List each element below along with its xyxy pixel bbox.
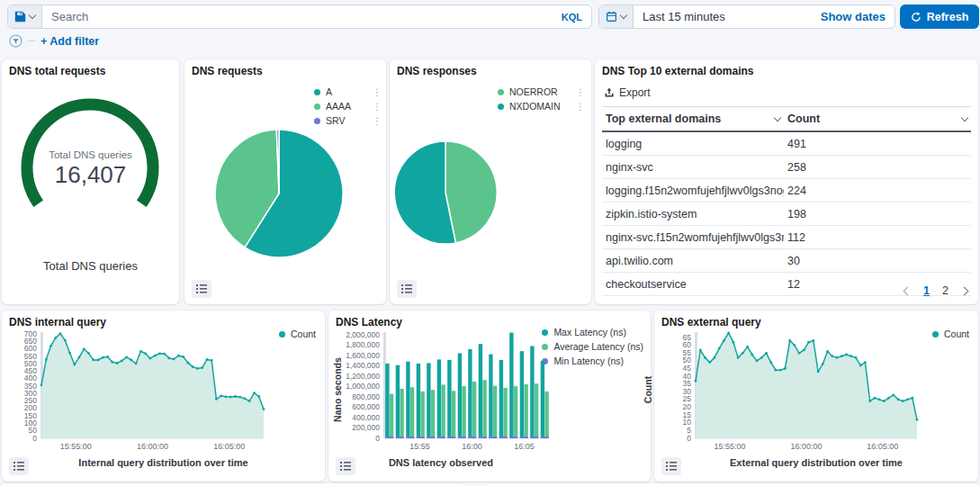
svg-text:1,400,000: 1,400,000 <box>346 361 380 370</box>
svg-text:35: 35 <box>683 379 692 388</box>
column-header-domains[interactable]: Top external domains <box>602 107 784 132</box>
refresh-label: Refresh <box>927 11 969 23</box>
legend-dot <box>314 89 320 95</box>
svg-text:15: 15 <box>683 410 692 419</box>
legend-item-nxdomain[interactable]: NXDOMAIN⋮ <box>498 101 584 112</box>
svg-text:700: 700 <box>24 329 37 338</box>
legend-label: A <box>326 86 367 97</box>
search-input[interactable] <box>42 5 553 28</box>
svg-text:16:05:00: 16:05:00 <box>213 442 245 451</box>
panel-dns-latency: DNS Latency Max Latency (ns) Average Lat… <box>328 310 651 482</box>
calendar-icon <box>606 11 617 22</box>
chevron-down-icon <box>29 12 36 19</box>
area-chart: 0501001502002503003504004505005506006507… <box>5 327 316 465</box>
save-icon <box>14 11 26 22</box>
refresh-button[interactable]: Refresh <box>900 4 979 29</box>
previous-page-icon[interactable] <box>904 286 913 295</box>
svg-text:15:55:00: 15:55:00 <box>715 442 746 451</box>
domains-table: Top external domains Count logging491ngi… <box>602 106 971 296</box>
legend-label: AAAA <box>326 101 367 112</box>
gauge-value: 16,407 <box>2 161 179 189</box>
legend-item-noerror[interactable]: NOERROR⋮ <box>498 86 584 97</box>
svg-text:20: 20 <box>683 402 692 411</box>
panel-dns-external-query: DNS external query Count Count 051015202… <box>654 310 978 482</box>
count-cell: 112 <box>784 226 971 249</box>
legend-label: NOERROR <box>509 86 571 97</box>
panel-dns-internal-query: DNS internal query Count Count 050100150… <box>2 310 325 482</box>
sort-chevron-icon[interactable] <box>961 113 968 121</box>
date-picker: Last 15 minutes Show dates <box>598 4 895 29</box>
legend-toggle-button[interactable] <box>192 280 211 298</box>
show-dates-link[interactable]: Show dates <box>821 10 895 23</box>
legend-toggle-button[interactable] <box>661 457 681 475</box>
svg-text:15:55:00: 15:55:00 <box>60 442 92 451</box>
svg-text:5: 5 <box>687 426 691 435</box>
domain-cell: nginx-svc <box>602 156 784 179</box>
legend-dot <box>314 104 320 110</box>
column-header-count[interactable]: Count <box>784 107 971 132</box>
domain-cell: checkoutservice <box>602 273 784 296</box>
saved-query-menu-button[interactable] <box>8 5 42 28</box>
svg-text:2,000,000: 2,000,000 <box>346 330 380 339</box>
export-button[interactable]: Export <box>604 86 651 99</box>
domains-table-body: logging491nginx-svc258logging.f15n2womfu… <box>602 131 971 296</box>
panel-dns-total-requests: DNS total requests Total DNS queries 16,… <box>2 59 179 304</box>
svg-text:0: 0 <box>687 434 691 443</box>
page-1-button[interactable]: 1 <box>923 284 930 297</box>
kql-button[interactable]: KQL <box>553 12 591 22</box>
table-row: logging.f15n2womfujehfjlwv0lgs3nog....22… <box>602 179 971 202</box>
legend-item-a[interactable]: A⋮ <box>314 86 379 97</box>
sort-chevron-icon[interactable] <box>774 113 781 121</box>
panel-title: DNS responses <box>397 65 477 77</box>
pie-chart <box>184 127 373 267</box>
svg-text:16:05:00: 16:05:00 <box>867 442 898 451</box>
table-row: nginx-svc.f15n2womfujehfjlwv0lgs3no...11… <box>602 226 971 249</box>
bar-chart: 0200,000400,000600,000800,0001,000,0001,… <box>332 327 647 465</box>
legend-label: NXDOMAIN <box>509 101 571 112</box>
table-row: zipkin.istio-system198 <box>602 202 971 226</box>
page-2-button[interactable]: 2 <box>942 284 949 297</box>
svg-text:16:00: 16:00 <box>462 442 482 451</box>
time-range-value[interactable]: Last 15 minutes <box>634 10 821 23</box>
export-icon <box>604 87 615 98</box>
count-cell: 224 <box>784 179 971 202</box>
count-cell: 30 <box>784 249 971 273</box>
legend-options-icon[interactable]: ⋮ <box>373 89 382 95</box>
x-axis-title: DNS latency observed <box>328 457 553 468</box>
panel-title: DNS requests <box>192 65 263 77</box>
panel-title: DNS Top 10 external domains <box>602 65 754 77</box>
svg-text:16:00:00: 16:00:00 <box>790 442 822 451</box>
svg-text:800,000: 800,000 <box>352 392 380 401</box>
add-filter-button[interactable]: + Add filter <box>40 35 99 48</box>
legend-dot <box>498 104 504 110</box>
legend-options-icon[interactable]: ⋮ <box>373 118 382 124</box>
x-axis-title: External query distribution over time <box>654 457 978 468</box>
divider <box>28 40 35 41</box>
panel-dns-responses: DNS responses NOERROR⋮ NXDOMAIN⋮ <box>390 59 591 304</box>
pagination: 1 2 <box>904 284 967 297</box>
svg-text:60: 60 <box>683 340 692 349</box>
pie-chart <box>390 127 579 267</box>
svg-text:1,000,000: 1,000,000 <box>346 382 380 391</box>
legend-options-icon[interactable]: ⋮ <box>373 104 382 110</box>
legend-item-srv[interactable]: SRV⋮ <box>314 115 379 126</box>
legend-toggle-button[interactable] <box>397 280 417 298</box>
legend-options-icon[interactable]: ⋮ <box>576 89 585 95</box>
count-cell: 491 <box>784 131 971 156</box>
legend-toggle-button[interactable] <box>336 457 355 475</box>
legend-toggle-button[interactable] <box>9 457 29 475</box>
svg-text:16:05: 16:05 <box>514 442 535 451</box>
filter-icon[interactable] <box>9 34 22 48</box>
next-page-icon[interactable] <box>960 286 969 295</box>
search-bar: KQL <box>7 4 592 29</box>
svg-text:10: 10 <box>683 418 692 427</box>
domain-cell: logging <box>602 131 784 156</box>
domain-cell: logging.f15n2womfujehfjlwv0lgs3nog.... <box>602 179 784 202</box>
svg-text:30: 30 <box>683 387 692 396</box>
count-cell: 198 <box>784 202 971 226</box>
gauge-bottom-label: Total DNS queries <box>2 259 179 273</box>
legend-item-aaaa[interactable]: AAAA⋮ <box>314 101 379 112</box>
date-quick-menu-button[interactable] <box>599 5 634 28</box>
svg-text:45: 45 <box>683 364 692 373</box>
legend-options-icon[interactable]: ⋮ <box>576 104 585 110</box>
